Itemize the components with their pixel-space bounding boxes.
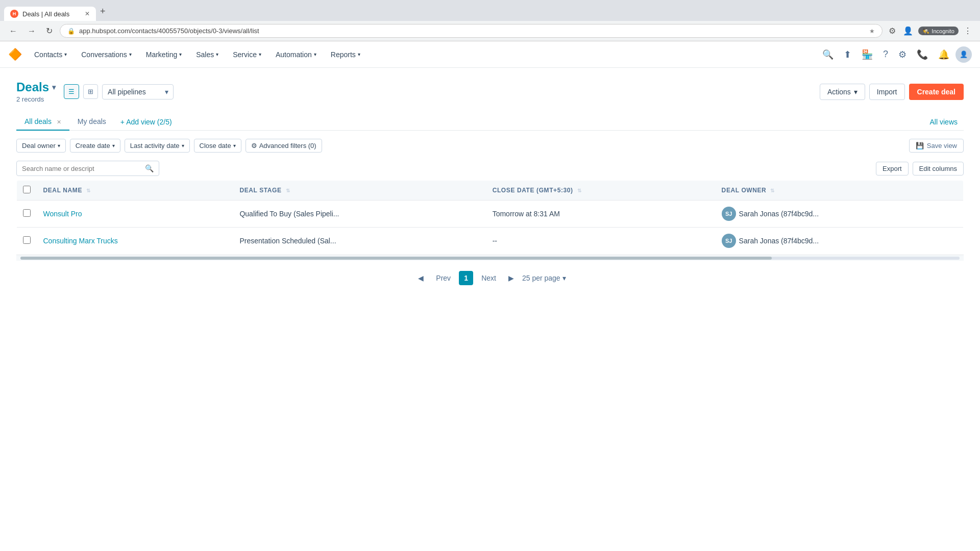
current-page-number: 1 <box>459 271 473 285</box>
marketplace-button[interactable]: 🏪 <box>857 45 877 64</box>
row1-owner-wrapper: SJ Sarah Jonas (87f4bc9d... <box>722 207 957 221</box>
row1-owner-avatar: SJ <box>722 207 736 221</box>
title-dropdown-icon: ▾ <box>52 83 56 91</box>
url-text: app.hubspot.com/contacts/40055750/object… <box>79 27 865 35</box>
table-scrollbar[interactable] <box>16 255 964 261</box>
incognito-badge: 🕵 Incognito <box>918 27 959 35</box>
board-view-button[interactable]: ⊞ <box>83 84 98 99</box>
avatar[interactable]: 👤 <box>955 46 972 63</box>
page-title[interactable]: Deals ▾ <box>16 80 56 94</box>
deal-owner-filter[interactable]: Deal owner ▾ <box>16 139 66 153</box>
actions-chevron-icon: ▾ <box>854 88 857 96</box>
close-date-sort-icon: ⇅ <box>577 188 582 193</box>
import-button[interactable]: Import <box>869 84 905 100</box>
toolbar-icons: ⚙ 👤 🕵 Incognito ⋮ <box>887 24 974 38</box>
select-all-header <box>17 181 37 201</box>
prev-page-button[interactable]: ◀ <box>414 272 428 284</box>
row1-checkbox-cell <box>17 201 37 228</box>
scrollbar-track <box>20 257 960 260</box>
row1-deal-name-cell: Wonsult Pro <box>37 201 234 228</box>
nav-item-automation[interactable]: Automation ▾ <box>270 47 323 62</box>
nav-item-conversations[interactable]: Conversations ▾ <box>75 47 138 62</box>
notifications-button[interactable]: 🔔 <box>934 45 953 64</box>
table-header: DEAL NAME ⇅ DEAL STAGE ⇅ CLOSE DATE (GMT… <box>17 181 964 201</box>
row2-deal-stage-cell: Presentation Scheduled (Sal... <box>233 228 486 255</box>
search-box[interactable]: 🔍 <box>16 161 159 176</box>
row2-owner-wrapper: SJ Sarah Jonas (87f4bc9d... <box>722 234 957 248</box>
forward-button[interactable]: → <box>24 24 39 38</box>
automation-chevron-icon: ▾ <box>314 52 316 57</box>
row2-close-date-cell: -- <box>486 228 716 255</box>
nav-item-service[interactable]: Service ▾ <box>227 47 267 62</box>
tab-bar: H Deals | All deals ✕ + <box>0 0 980 21</box>
create-date-filter[interactable]: Create date ▾ <box>70 139 120 153</box>
row1-deal-name-link[interactable]: Wonsult Pro <box>43 210 82 218</box>
col-close-date[interactable]: CLOSE DATE (GMT+5:30) ⇅ <box>486 181 716 201</box>
create-deal-button[interactable]: Create deal <box>909 84 964 100</box>
close-date-filter[interactable]: Close date ▾ <box>194 139 241 153</box>
upgrade-button[interactable]: ⬆ <box>840 45 855 64</box>
all-deals-tab-close-icon[interactable]: ✕ <box>57 119 61 125</box>
reload-button[interactable]: ↻ <box>43 24 56 38</box>
row1-checkbox[interactable] <box>23 209 31 217</box>
row2-deal-name-cell: Consulting Marx Trucks <box>37 228 234 255</box>
table-toolbar: 🔍 Export Edit columns <box>16 161 964 176</box>
tab-my-deals[interactable]: My deals <box>69 113 114 131</box>
menu-button[interactable]: ⋮ <box>962 24 974 38</box>
row1-close-date-cell: Tomorrow at 8:31 AM <box>486 201 716 228</box>
main-content: Deals ▾ 2 records ☰ ⊞ All pipelines Sale… <box>0 68 980 551</box>
profile-button[interactable]: 👤 <box>901 24 915 38</box>
export-button[interactable]: Export <box>876 162 909 176</box>
help-button[interactable]: ? <box>879 45 892 64</box>
edit-columns-button[interactable]: Edit columns <box>913 162 964 176</box>
row2-deal-name-link[interactable]: Consulting Marx Trucks <box>43 237 118 245</box>
col-deal-name[interactable]: DEAL NAME ⇅ <box>37 181 234 201</box>
row2-deal-owner-cell: SJ Sarah Jonas (87f4bc9d... <box>716 228 964 255</box>
address-bar[interactable]: 🔒 app.hubspot.com/contacts/40055750/obje… <box>60 24 883 38</box>
hubspot-logo[interactable]: 🔶 <box>8 48 22 61</box>
add-view-button[interactable]: + Add view (2/5) <box>114 114 178 130</box>
advanced-filters-button[interactable]: ⚙ Advanced filters (0) <box>246 139 322 153</box>
save-view-button[interactable]: 💾 Save view <box>909 139 964 153</box>
scrollbar-thumb <box>20 257 772 260</box>
sales-chevron-icon: ▾ <box>216 52 218 57</box>
page-title-section: Deals ▾ 2 records <box>16 80 56 103</box>
settings-button[interactable]: ⚙ <box>894 45 911 64</box>
search-nav-button[interactable]: 🔍 <box>818 45 838 64</box>
list-view-button[interactable]: ☰ <box>64 84 79 99</box>
back-button[interactable]: ← <box>6 24 20 38</box>
pagination: ◀ Prev 1 Next ▶ 25 per page ▾ <box>16 271 964 285</box>
search-icon[interactable]: 🔍 <box>145 164 154 172</box>
col-deal-stage[interactable]: DEAL STAGE ⇅ <box>233 181 486 201</box>
save-view-icon: 💾 <box>916 142 924 149</box>
tab-all-deals[interactable]: All deals ✕ <box>16 113 69 131</box>
phone-button[interactable]: 📞 <box>913 45 932 64</box>
pipeline-select[interactable]: All pipelines Sales Pipeline <box>102 84 174 99</box>
hubspot-app: 🔶 Contacts ▾ Conversations ▾ Marketing ▾… <box>0 41 980 551</box>
search-input[interactable] <box>22 165 141 172</box>
last-activity-date-filter[interactable]: Last activity date ▾ <box>125 139 190 153</box>
new-tab-button[interactable]: + <box>96 4 110 19</box>
next-page-button[interactable]: ▶ <box>504 272 518 284</box>
nav-item-reports[interactable]: Reports ▾ <box>325 47 366 62</box>
deal-stage-sort-icon: ⇅ <box>286 188 290 193</box>
deal-owner-sort-icon: ⇅ <box>770 188 775 193</box>
all-views-button[interactable]: All views <box>924 114 964 130</box>
next-page-label-button[interactable]: Next <box>477 272 500 284</box>
nav-item-marketing[interactable]: Marketing ▾ <box>140 47 188 62</box>
browser-chrome: H Deals | All deals ✕ + ← → ↻ 🔒 app.hubs… <box>0 0 980 41</box>
last-activity-filter-chevron-icon: ▾ <box>182 143 184 148</box>
col-deal-owner[interactable]: DEAL OWNER ⇅ <box>716 181 964 201</box>
row2-checkbox[interactable] <box>23 236 31 244</box>
prev-page-label-button[interactable]: Prev <box>432 272 455 284</box>
nav-item-contacts[interactable]: Contacts ▾ <box>28 47 73 62</box>
select-all-checkbox[interactable] <box>23 186 31 193</box>
extensions-button[interactable]: ⚙ <box>887 24 898 38</box>
tab-close-icon[interactable]: ✕ <box>85 10 90 17</box>
row2-owner-avatar: SJ <box>722 234 736 248</box>
per-page-selector[interactable]: 25 per page ▾ <box>522 274 566 282</box>
actions-button[interactable]: Actions ▾ <box>820 84 865 100</box>
nav-item-sales[interactable]: Sales ▾ <box>190 47 225 62</box>
browser-tab[interactable]: H Deals | All deals ✕ <box>4 7 96 21</box>
view-tabs: All deals ✕ My deals + Add view (2/5) Al… <box>16 113 964 131</box>
